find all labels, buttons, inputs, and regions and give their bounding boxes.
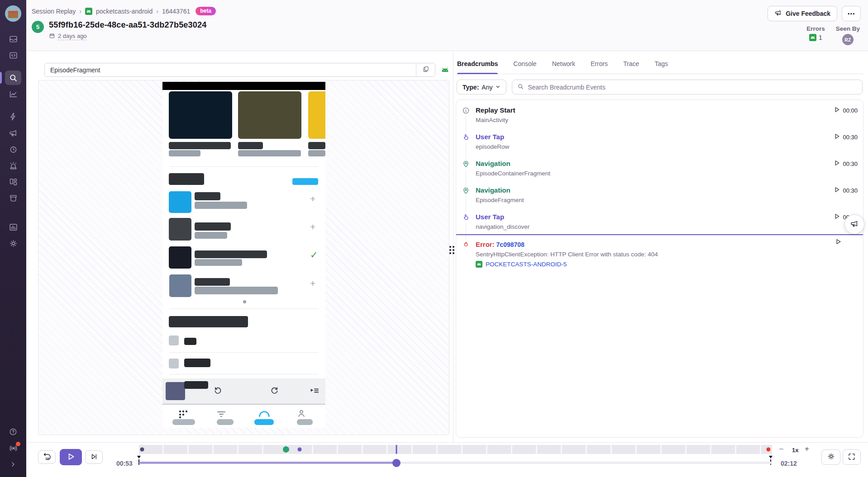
play-icon [834,107,840,114]
line-chart-icon [9,90,18,99]
clip-end-marker[interactable] [769,456,773,458]
timeline-marker-session-start[interactable] [140,448,144,452]
sidebar-item-feedback[interactable] [5,126,21,140]
sidebar-item-stats[interactable] [5,220,21,234]
sidebar-item-issues[interactable] [5,32,21,46]
fast-forward-icon [270,386,279,397]
tap-pointer-icon [462,213,470,230]
dashboard-grid-icon [9,177,18,187]
event-timestamp[interactable]: 00:30 [834,160,858,167]
tab-trace[interactable]: Trace [623,60,639,74]
location-pin-icon [462,187,470,203]
timeline-marker-navigation[interactable] [283,446,289,453]
tab-breadcrumbs[interactable]: Breadcrumbs [457,60,498,74]
clip-start-marker[interactable] [137,456,141,458]
breadcrumb-search-box [512,80,863,94]
page-title: 55f9fb16-25de-48ce-aa51-3db27b5e3024 [49,20,206,30]
event-timestamp[interactable]: 00:30 [834,187,858,194]
wireframe-divider [169,308,319,309]
lightning-icon [9,112,18,121]
wireframe-card [238,91,301,139]
breadcrumb-session-replay[interactable]: Session Replay [32,8,76,15]
timeline-marker-error[interactable] [766,448,770,452]
sidebar-item-dashboards[interactable] [5,175,21,189]
sidebar-item-help[interactable] [5,425,21,439]
event-navigation[interactable]: Navigation EpisodeContainerFragment 00:3… [456,154,863,181]
tab-tags[interactable]: Tags [654,60,668,74]
time-ago: 2 days ago [58,33,87,40]
event-title: User Tap [476,133,858,141]
player-settings-button[interactable] [821,449,840,465]
event-timestamp[interactable]: 00:30 [834,133,858,141]
wireframe-text-bar [195,232,227,239]
fullscreen-button[interactable] [843,449,861,465]
search-icon [517,83,524,91]
event-timestamp[interactable]: 00:00 [834,107,858,114]
tab-errors[interactable]: Errors [591,60,608,74]
play-icon [834,213,840,221]
dom-search-input[interactable] [45,63,416,76]
seek-bar[interactable] [139,462,772,464]
event-user-tap[interactable]: User Tap episodeRow 00:30 [456,128,863,154]
copy-button[interactable] [416,63,435,76]
wireframe-divider [169,374,319,374]
sidebar-item-insights[interactable] [5,87,21,101]
event-play-button[interactable] [835,239,841,246]
timeline-marker-user-tap[interactable] [298,448,302,452]
android-platform-icon [441,67,449,73]
error-id-link[interactable]: 7c098708 [496,241,525,248]
speed-value[interactable]: 1x [792,447,798,453]
give-feedback-button[interactable]: Give Feedback [768,6,837,21]
timeline-strip[interactable] [139,445,772,454]
more-options-button[interactable]: ⋯ [842,6,861,21]
tab-network[interactable]: Network [552,60,575,74]
sidebar-item-alerts[interactable] [5,158,21,173]
page-header: Session Replay › pocketcasts-android › 1… [26,0,868,51]
seen-by-avatar[interactable]: RZ [842,34,854,45]
sidebar-item-seer[interactable] [5,109,21,124]
type-filter-dropdown[interactable]: Type: Any [457,80,506,94]
sidebar-item-whats-new[interactable] [5,441,21,455]
issue-id-link[interactable]: POCKETCASTS-ANDROID-5 [486,261,567,268]
play-button[interactable] [60,449,82,465]
wireframe-text-bar [195,192,220,200]
pane-resize-handle[interactable] [448,245,455,255]
feedback-fab-button[interactable] [844,214,864,234]
sidebar-expand-button[interactable] [5,457,21,472]
android-errors-icon [809,34,816,41]
skip-to-end-button[interactable] [85,450,103,464]
archive-box-icon [9,194,18,203]
rewind-10-button[interactable]: 10 [38,450,56,464]
main-area: Session Replay › pocketcasts-android › 1… [26,0,868,477]
wireframe-text-bar [169,142,231,149]
speed-decrease-button[interactable]: − [779,445,784,453]
sidebar-item-explore-code[interactable] [5,48,21,62]
event-navigation[interactable]: Navigation EpisodeFragment 00:30 [456,181,863,208]
wireframe-thumbnail [169,274,191,297]
replay-video-stage[interactable]: + + ✓ + [38,80,449,435]
sidebar-item-settings[interactable] [5,236,21,250]
type-filter-label: Type: [463,84,479,91]
org-avatar[interactable] [5,5,21,22]
sidebar-item-releases[interactable] [5,191,21,205]
play-icon [67,453,75,462]
fullscreen-icon [848,453,856,462]
event-user-tap[interactable]: User Tap navigation_discover 00:33 [456,208,863,234]
timeline-playhead [396,445,397,454]
breadcrumb-project[interactable]: pocketcasts-android [96,8,153,15]
play-icon [835,239,841,246]
sidebar-item-search-active[interactable] [5,71,21,85]
event-error[interactable]: Error: 7c098708 SentryHttpClientExceptio… [456,235,863,272]
breadcrumb-search-input[interactable] [528,84,857,91]
bar-chart-icon [9,222,18,232]
fire-icon [462,241,470,268]
errors-count: 1 [819,34,822,41]
sidebar-item-replays[interactable] [5,142,21,156]
event-title: Navigation [476,160,858,167]
event-replay-start[interactable]: Replay Start MainActivity 00:00 [456,101,863,128]
current-time: 00:53 [116,460,133,467]
speed-increase-button[interactable]: + [805,445,809,453]
tab-console[interactable]: Console [513,60,536,74]
code-box-icon [9,51,18,60]
seek-handle[interactable] [392,459,401,467]
